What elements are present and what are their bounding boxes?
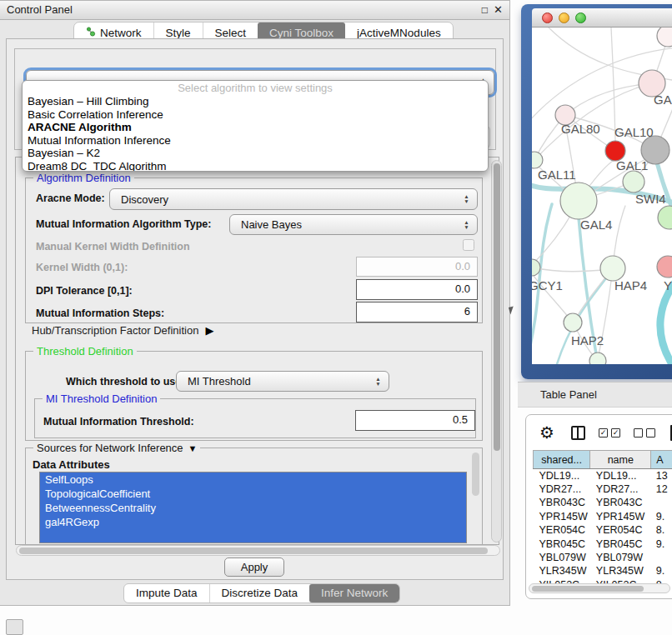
network-node[interactable] [657, 256, 672, 278]
table-row[interactable]: YER054CYER054C8. [534, 523, 672, 537]
zoom-window-button[interactable] [575, 12, 586, 23]
network-node-label: GCY1 [532, 278, 563, 292]
scrollbar-thumb[interactable] [472, 452, 479, 496]
hub-definition-label: Hub/Transcription Factor Definition [32, 324, 198, 337]
kernel-width-field[interactable]: 0.0 [356, 257, 478, 277]
table-row[interactable]: YPR145WYPR145W9. [534, 510, 672, 523]
network-node-label: GAL10 [614, 125, 654, 139]
algorithm-option[interactable]: ARACNE Algorithm [23, 121, 488, 134]
select-all-columns-icon[interactable]: ✓ ✓ [599, 428, 620, 438]
expand-arrow-icon[interactable]: ▶ [205, 324, 213, 337]
network-node[interactable] [560, 182, 597, 219]
column-header-1[interactable]: shared... [534, 451, 590, 469]
tab-infer-network[interactable]: Infer Network [309, 584, 399, 602]
float-panel-icon[interactable]: □ [482, 1, 488, 19]
table-row[interactable]: YLR345WYLR345W9. [534, 564, 672, 578]
attribute-list-item[interactable]: TopologicalCoefficient [40, 487, 466, 501]
algorithm-option[interactable]: Mutual Information Inference [23, 134, 488, 148]
settings-vertical-scrollbar[interactable] [491, 160, 502, 542]
which-threshold-combobox[interactable]: MI Threshold [176, 371, 389, 392]
combo-stepper-icon [462, 220, 471, 230]
checked-checkbox-icon: ✓ [611, 428, 620, 438]
algorithm-option[interactable]: Bayesian – Hill Climbing [23, 95, 488, 108]
tab-discretize-data[interactable]: Discretize Data [209, 584, 310, 602]
data-attributes-list: SelfLoopsTopologicalCoefficientBetweenne… [39, 472, 467, 543]
mi-threshold-label: Mutual Information Threshold: [43, 416, 194, 428]
settings-horizontal-scrollbar[interactable] [16, 545, 500, 556]
algorithm-dropdown-list: Bayesian – Hill ClimbingBasic Correlatio… [23, 95, 488, 172]
table-cell: 12 [651, 482, 672, 496]
scrollbar-thumb[interactable] [494, 163, 500, 451]
sources-legend[interactable]: Sources for Network Inference▼ [33, 442, 200, 454]
attribute-list-item[interactable]: gal4RGexp [40, 515, 466, 529]
minimized-panel-icon[interactable] [6, 619, 23, 635]
mi-type-combobox[interactable]: Naive Bayes [229, 214, 478, 235]
table-cell: YER054C [590, 523, 651, 537]
network-node[interactable] [658, 206, 672, 229]
hub-definition-expander[interactable]: Hub/Transcription Factor Definition▶ [32, 324, 213, 337]
table-row[interactable]: YDL19...YDL19...13 [534, 469, 672, 482]
minimize-window-button[interactable] [559, 12, 569, 23]
algorithm-option[interactable]: Basic Correlation Inference [23, 108, 488, 122]
network-canvas[interactable]: GALGAL80GAL10GAL11GAL1SWI4GAL4GCY1HAP4YH… [532, 28, 672, 364]
network-node[interactable] [564, 313, 582, 332]
column-header-2[interactable]: name [590, 451, 651, 469]
checked-checkbox-icon: ✓ [599, 428, 608, 438]
mi-type-value: Naive Bayes [241, 218, 302, 231]
tab-impute-data[interactable]: Impute Data [124, 584, 209, 602]
network-window-titlebar[interactable] [532, 8, 672, 28]
column-header-3[interactable]: A [651, 451, 672, 469]
table-horizontal-scrollbar[interactable] [529, 583, 670, 593]
algorithm-option[interactable]: Bayesian – K2 [23, 147, 488, 160]
network-node[interactable] [623, 171, 644, 192]
aracne-mode-label: Aracne Mode: [36, 192, 105, 204]
network-node-label: GAL80 [561, 122, 600, 136]
network-node[interactable] [589, 352, 606, 364]
attribute-list-item[interactable]: BetweennessCentrality [40, 501, 466, 515]
mi-threshold-field[interactable]: 0.5 [355, 410, 475, 431]
screenshot-root: Control Panel □ ✕ NetworkStyleSelectCyni… [0, 0, 672, 635]
algorithm-option[interactable]: Dream8 DC_TDC Algorithm [23, 160, 488, 172]
tab-label: Discretize Data [222, 584, 298, 602]
algorithm-definition-group: Algorithm Definition Aracne Mode: Discov… [25, 178, 483, 323]
table-cell: YBL079W [534, 551, 590, 564]
table-row[interactable]: YBR043CYBR043C [534, 496, 672, 509]
mi-steps-label: Mutual Information Steps: [36, 308, 164, 319]
table-cell: YBR045C [590, 537, 651, 550]
sources-group: Sources for Network Inference▼ Data Attr… [25, 448, 483, 546]
split-columns-icon[interactable] [571, 426, 585, 440]
mi-steps-field[interactable]: 6 [356, 302, 478, 322]
table-row[interactable]: YDR27...YDR27...12 [534, 482, 672, 496]
table-cell: YBR043C [534, 496, 590, 509]
scrollbar-thumb[interactable] [532, 586, 644, 592]
control-panel-title: Control Panel [7, 3, 73, 16]
network-node[interactable] [657, 28, 672, 47]
table-cell: 13 [651, 469, 672, 482]
close-panel-icon[interactable]: ✕ [494, 1, 503, 19]
attribute-list-item[interactable]: SelfLoops [40, 472, 466, 487]
table-row[interactable]: YBR045CYBR045C9. [534, 537, 672, 550]
network-node-label: GAL [654, 92, 672, 107]
tab-label: Impute Data [136, 584, 198, 602]
table-panel-header: Table Panel [518, 382, 672, 408]
mouse-cursor [509, 306, 515, 314]
gear-icon[interactable]: ⚙ [539, 424, 554, 441]
close-window-button[interactable] [542, 12, 553, 23]
network-node[interactable] [600, 256, 625, 281]
deselect-all-columns-icon[interactable] [634, 428, 655, 438]
combo-stepper-icon [462, 194, 471, 204]
table-cell: YPR145W [534, 510, 590, 523]
table-row[interactable]: YBL079WYBL079W [534, 551, 672, 564]
network-view-window[interactable]: GALGAL80GAL10GAL11GAL1SWI4GAL4GCY1HAP4YH… [521, 4, 672, 379]
attributes-scrollbar[interactable] [472, 451, 479, 516]
network-node[interactable] [532, 152, 543, 168]
threshold-definition-group: Threshold Definition Which threshold to … [25, 351, 483, 441]
collapse-arrow-icon[interactable]: ▼ [188, 443, 198, 453]
table-cell: YPR145W [590, 510, 651, 523]
aracne-mode-combobox[interactable]: Discovery [109, 188, 478, 210]
apply-button[interactable]: Apply [224, 558, 284, 577]
scrollbar-thumb[interactable] [19, 548, 488, 554]
dpi-tolerance-field[interactable]: 0.0 [356, 279, 478, 300]
table-cell: YBL079W [590, 551, 651, 564]
manual-kernel-checkbox[interactable] [463, 239, 474, 251]
